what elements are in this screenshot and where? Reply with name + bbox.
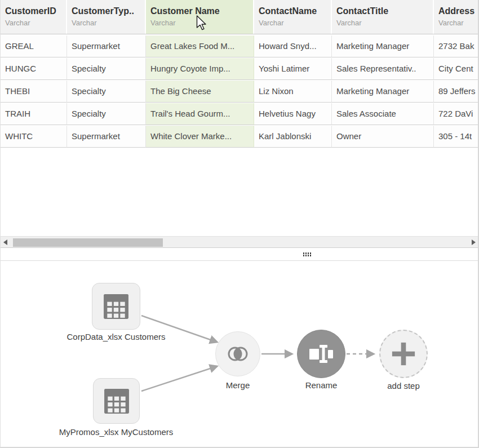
flow-node-merge[interactable] [215,331,260,376]
plus-icon [391,341,416,367]
table-row: THEBI Specialty The Big Cheese Liz Nixon… [1,81,479,103]
column-datatype: Varchar [259,17,326,28]
table-cell[interactable]: Yoshi Latimer [254,58,332,80]
column-datatype: Varchar [438,17,479,28]
column-title: CustomerID [5,5,61,17]
table-cell[interactable]: City Cent [434,58,479,80]
flow-canvas: CorpData_xlsx Customers MyPromos_xlsx My… [1,261,479,447]
table-cell[interactable]: 2732 Bak [434,36,479,57]
table-cell[interactable]: Supermarket [67,126,146,148]
table-cell[interactable]: HUNGC [1,58,67,80]
table-cell[interactable]: 89 Jeffers [434,81,479,103]
table-row: TRAIH Specialty Trail's Head Gourm... He… [1,103,479,125]
horizontal-scrollbar[interactable] [1,236,479,248]
flow-node-mypromos-mycustomers[interactable] [93,378,140,424]
column-header-contacttitle[interactable]: ContactTitle Varchar [332,0,434,34]
data-preview-grid: CustomerID Varchar CustomerTyp.. Varchar… [1,0,479,236]
scrollbar-thumb[interactable] [13,238,163,247]
column-title: Address [438,5,479,17]
table-cell[interactable]: Great Lakes Food M... [146,36,254,57]
table-row: WHITC Supermarket White Clover Marke... … [1,126,479,148]
column-title: ContactName [259,5,326,17]
table-cell[interactable]: Specialty [67,81,146,103]
flow-node-rename[interactable] [297,330,345,378]
table-cell[interactable]: Sales Associate [332,103,434,125]
table-cell[interactable]: White Clover Marke... [146,126,254,148]
table-cell[interactable]: Specialty [67,103,146,125]
scroll-left-icon[interactable] [3,239,7,245]
flow-node-label: Merge [196,380,280,390]
column-header-contactname[interactable]: ContactName Varchar [254,0,332,34]
flow-node-label: MyPromos_xlsx MyCustomers [32,427,201,437]
table-cell[interactable]: Specialty [67,58,146,80]
scroll-right-icon[interactable] [472,239,476,245]
column-datatype: Varchar [5,17,61,28]
splitter-grip-icon[interactable] [303,252,311,256]
table-grid-icon [104,388,130,414]
column-title: CustomerTyp.. [72,5,140,17]
table-cell[interactable]: Supermarket [67,36,146,57]
flow-node-add-step[interactable] [379,330,428,378]
table-cell[interactable]: Sales Representativ.. [332,58,434,80]
table-cell[interactable]: 305 - 14t [434,126,479,148]
table-cell[interactable]: Hungry Coyote Imp... [146,58,254,80]
table-row: HUNGC Specialty Hungry Coyote Imp... Yos… [1,58,479,80]
flow-node-label: add step [361,381,446,391]
data-prep-window: CustomerID Varchar CustomerTyp.. Varchar… [0,0,479,448]
table-cell[interactable]: Marketing Manager [332,36,434,57]
column-header-customerid[interactable]: CustomerID Varchar [1,0,67,34]
table-cell[interactable]: TRAIH [1,103,67,125]
table-cell[interactable]: THEBI [1,81,67,103]
panel-splitter[interactable] [1,249,479,261]
column-datatype: Varchar [72,17,140,28]
column-title: ContactTitle [336,5,428,17]
table-cell[interactable]: Karl Jablonski [254,126,332,148]
flow-node-label: CorpData_xlsx Customers [32,332,201,341]
table-cell[interactable]: Owner [332,126,434,148]
table-cell[interactable]: The Big Cheese [146,81,254,103]
flow-node-corpdata-customers[interactable] [92,283,140,330]
table-cell[interactable]: 722 DaVi [434,103,479,125]
table-cell[interactable]: GREAL [1,36,67,57]
mouse-cursor [196,15,207,31]
table-cell[interactable]: Liz Nixon [254,81,332,103]
table-cell[interactable]: Trail's Head Gourm... [146,103,254,125]
rename-text-icon [309,343,334,365]
table-row: GREAL Supermarket Great Lakes Food M... … [1,36,479,57]
grid-header-row: CustomerID Varchar CustomerTyp.. Varchar… [1,0,479,34]
merge-venn-icon [224,344,251,363]
table-cell[interactable]: Helvetius Nagy [254,103,332,125]
column-datatype: Varchar [336,17,428,28]
column-header-address[interactable]: Address Varchar [434,0,479,34]
table-cell[interactable]: Howard Snyd... [254,36,332,57]
table-cell[interactable]: WHITC [1,126,67,148]
column-header-customertype[interactable]: CustomerTyp.. Varchar [67,0,146,34]
table-grid-icon [103,294,129,320]
table-cell[interactable]: Marketing Manager [332,81,434,103]
flow-node-label: Rename [279,380,363,390]
